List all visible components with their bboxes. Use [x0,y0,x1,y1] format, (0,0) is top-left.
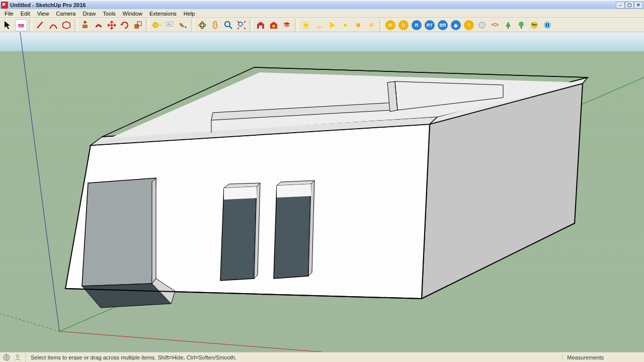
door-opening [82,178,156,286]
badge-rt[interactable]: RT [424,19,436,31]
geo-icon[interactable] [2,353,11,362]
svg-point-25 [544,22,551,29]
model-canvas[interactable] [0,32,644,352]
window-2-light [277,184,311,198]
svg-point-17 [344,24,347,27]
maximize-button[interactable]: ▢ [625,2,634,9]
close-button[interactable]: ✕ [634,2,643,9]
zoomext-tool[interactable] [235,19,248,31]
line-tool[interactable] [34,19,46,31]
svg-text:A1: A1 [168,23,172,26]
eraser-tool[interactable] [15,19,27,31]
window-title: Untitled - SketchUp Pro 2016 [10,2,616,8]
menubar: File Edit View Camera Draw Tools Window … [0,9,644,18]
svg-rect-26 [546,23,547,27]
door-jamb [152,178,156,284]
small-sun[interactable] [339,19,351,31]
svg-rect-6 [157,25,161,26]
menu-draw[interactable]: Draw [79,10,99,17]
badge-dq[interactable]: ◆ [450,19,462,31]
statusbar: Select items to erase or drag across mul… [0,352,644,362]
menu-edit[interactable]: Edit [17,10,34,17]
svg-point-10 [199,24,206,27]
red-axis [59,331,322,352]
svg-point-9 [185,26,187,28]
credits-icon[interactable] [13,353,22,362]
menu-window[interactable]: Window [119,10,146,17]
menu-help[interactable]: Help [180,10,199,17]
small-orb[interactable] [352,19,364,31]
badge-r[interactable]: R [411,19,423,31]
svg-point-30 [17,354,19,357]
layers-tool[interactable] [281,19,293,31]
status-hint: Select items to erase or drag across mul… [29,354,562,360]
paint-tool[interactable] [177,19,189,31]
menu-file[interactable]: File [1,10,17,17]
rotate-tool[interactable] [119,19,131,31]
window-1-light [224,187,257,200]
svg-point-15 [272,25,275,28]
plugin-tree1[interactable] [502,19,514,31]
blue-axis [20,32,59,331]
scale-tool[interactable] [132,19,144,31]
svg-point-11 [201,22,204,29]
svg-rect-23 [521,26,522,29]
small-orb-2[interactable] [365,19,377,31]
toolbar: A1 [0,18,644,32]
extwarehouse-tool[interactable] [268,19,280,31]
svg-rect-21 [508,27,509,29]
svg-rect-3 [134,24,139,29]
pan-tool[interactable] [209,19,221,31]
sun-tool[interactable] [300,19,312,31]
menu-camera[interactable]: Camera [52,10,79,17]
warehouse-tool[interactable] [255,19,267,31]
orbit-tool[interactable] [196,19,208,31]
svg-rect-1 [18,24,24,26]
menu-tools[interactable]: Tools [99,10,119,17]
move-tool[interactable] [106,19,118,31]
select-tool[interactable] [2,19,14,31]
badge-m[interactable]: M [384,19,396,31]
svg-point-13 [238,22,243,26]
tape-tool[interactable] [151,19,163,31]
plugin-earth[interactable] [528,19,540,31]
svg-rect-2 [83,25,88,28]
menu-view[interactable]: View [34,10,53,17]
minimize-button[interactable]: – [616,2,625,9]
badge-d[interactable]: D [397,19,410,31]
play-tool[interactable] [326,19,338,31]
svg-point-18 [356,23,360,27]
plugin-tree2[interactable] [515,19,527,31]
pushpull-tool[interactable] [79,19,92,31]
green-axis-neg [0,314,59,331]
plugin-pause[interactable] [541,19,553,31]
viewport[interactable] [0,32,644,352]
svg-point-22 [519,22,524,27]
plugin-layer[interactable] [489,19,501,31]
plugin-sphere[interactable] [476,19,488,31]
window-2 [274,184,311,279]
arc-tool[interactable] [47,19,59,31]
svg-point-5 [153,23,158,28]
app-icon [1,2,8,9]
svg-point-12 [225,22,230,27]
badge-help[interactable]: ? [463,19,475,31]
window-1 [220,187,257,281]
text-tool[interactable]: A1 [164,19,176,31]
window-titlebar: Untitled - SketchUp Pro 2016 – ▢ ✕ [0,0,644,9]
svg-point-16 [304,23,308,27]
svg-rect-27 [548,23,549,27]
badge-br[interactable]: BR [437,19,449,31]
menu-extensions[interactable]: Extensions [146,10,180,17]
shape-tool[interactable] [60,19,72,31]
offset-tool[interactable] [93,19,105,31]
zoom-tool[interactable] [222,19,234,31]
measurements-label: Measurements [562,354,644,360]
svg-point-19 [369,23,373,27]
shadow-toggle[interactable] [313,19,325,31]
svg-rect-14 [259,26,262,29]
svg-point-20 [479,22,485,28]
